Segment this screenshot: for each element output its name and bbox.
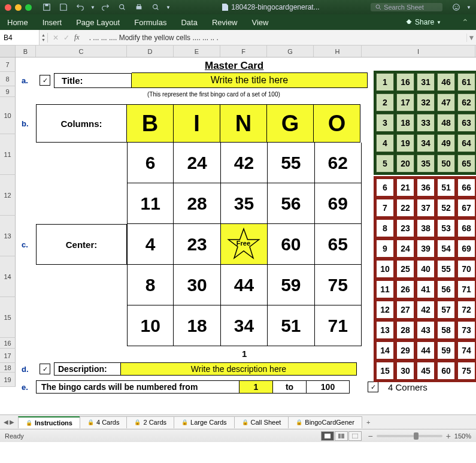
add-sheet-button[interactable]: + bbox=[362, 417, 375, 428]
sheet-tab-4-cards[interactable]: 🔒4 Cards bbox=[80, 416, 128, 428]
minimize-window-icon[interactable] bbox=[15, 4, 22, 11]
red-cell-25[interactable]: 25 bbox=[396, 260, 414, 278]
bingo-cell-4-0[interactable]: 10 bbox=[127, 305, 174, 346]
bingo-cell-1-3[interactable]: 56 bbox=[268, 183, 314, 224]
bingo-cell-4-2[interactable]: 34 bbox=[221, 305, 268, 346]
sheet-tab-instructions[interactable]: 🔒Instructions bbox=[18, 416, 80, 428]
row-header-11[interactable]: 11 bbox=[0, 134, 16, 175]
bingo-cell-2-1[interactable]: 23 bbox=[174, 224, 220, 265]
red-cell-72[interactable]: 72 bbox=[457, 301, 475, 319]
normal-view-button[interactable] bbox=[321, 431, 334, 441]
sheet-tab-large-cards[interactable]: 🔒Large Cards bbox=[174, 416, 235, 428]
green-cell-19[interactable]: 19 bbox=[396, 134, 414, 152]
red-cell-42[interactable]: 42 bbox=[417, 301, 435, 319]
bingo-cell-3-3[interactable]: 59 bbox=[268, 265, 314, 305]
confirm-icon[interactable]: ✓ bbox=[63, 34, 69, 42]
bingo-cell-3-1[interactable]: 30 bbox=[174, 265, 220, 305]
red-cell-60[interactable]: 60 bbox=[437, 362, 455, 380]
red-cell-14[interactable]: 14 bbox=[376, 341, 394, 359]
zoom-level[interactable]: 150% bbox=[454, 432, 471, 440]
ribbon-collapse-icon[interactable]: ⌃ bbox=[462, 17, 469, 27]
red-cell-71[interactable]: 71 bbox=[457, 280, 475, 298]
red-cell-36[interactable]: 36 bbox=[417, 178, 435, 196]
sheet-content[interactable]: Master Card a. ✓ Title: Write the title … bbox=[16, 58, 476, 442]
bingo-cell-1-0[interactable]: 11 bbox=[127, 183, 174, 224]
bingo-cell-3-0[interactable]: 8 bbox=[127, 265, 174, 305]
red-cell-59[interactable]: 59 bbox=[437, 341, 455, 359]
green-cell-48[interactable]: 48 bbox=[437, 114, 455, 132]
row-header-12[interactable]: 12 bbox=[0, 175, 16, 216]
green-cell-20[interactable]: 20 bbox=[396, 155, 414, 173]
green-cell-47[interactable]: 47 bbox=[437, 93, 455, 111]
red-cell-23[interactable]: 23 bbox=[396, 219, 414, 237]
bingo-cell-0-2[interactable]: 42 bbox=[221, 143, 268, 183]
bingo-cell-2-3[interactable]: 60 bbox=[268, 224, 314, 265]
row-header-19[interactable]: 19 bbox=[0, 373, 16, 387]
search-input[interactable]: Search Sheet bbox=[371, 3, 442, 11]
green-cell-5[interactable]: 5 bbox=[376, 155, 394, 173]
green-cell-31[interactable]: 31 bbox=[417, 73, 435, 91]
green-cell-50[interactable]: 50 bbox=[437, 155, 455, 173]
zoom-out-icon[interactable] bbox=[118, 3, 126, 11]
red-cell-57[interactable]: 57 bbox=[437, 301, 455, 319]
red-cell-39[interactable]: 39 bbox=[417, 240, 435, 258]
row-header-18[interactable]: 18 bbox=[0, 363, 16, 373]
red-cell-28[interactable]: 28 bbox=[396, 321, 414, 339]
tab-formulas[interactable]: Formulas bbox=[134, 18, 166, 27]
tab-data[interactable]: Data bbox=[181, 18, 197, 27]
green-cell-17[interactable]: 17 bbox=[396, 93, 414, 111]
red-cell-43[interactable]: 43 bbox=[417, 321, 435, 339]
tab-page-layout[interactable]: Page Layout bbox=[76, 18, 120, 27]
bingo-cell-2-4[interactable]: 65 bbox=[315, 224, 362, 265]
tab-view[interactable]: View bbox=[252, 18, 269, 27]
bingo-cell-1-4[interactable]: 69 bbox=[315, 183, 362, 224]
green-cell-63[interactable]: 63 bbox=[457, 114, 475, 132]
red-cell-37[interactable]: 37 bbox=[417, 199, 435, 217]
red-cell-26[interactable]: 26 bbox=[396, 280, 414, 298]
red-cell-40[interactable]: 40 bbox=[417, 260, 435, 278]
zoom-in-button[interactable]: + bbox=[446, 431, 451, 441]
bingo-cell-0-1[interactable]: 24 bbox=[174, 143, 220, 183]
red-cell-9[interactable]: 9 bbox=[376, 240, 394, 258]
zoom-out-button[interactable]: − bbox=[368, 431, 372, 441]
green-cell-64[interactable]: 64 bbox=[457, 134, 475, 152]
col-header-I[interactable]: I bbox=[362, 46, 475, 57]
title-checkbox[interactable]: ✓ bbox=[40, 75, 50, 86]
green-cell-32[interactable]: 32 bbox=[417, 93, 435, 111]
col-header-G[interactable]: G bbox=[267, 46, 314, 57]
undo-icon[interactable] bbox=[76, 3, 84, 11]
green-cell-18[interactable]: 18 bbox=[396, 114, 414, 132]
green-cell-62[interactable]: 62 bbox=[457, 93, 475, 111]
red-cell-73[interactable]: 73 bbox=[457, 321, 475, 339]
cancel-icon[interactable]: ✕ bbox=[53, 34, 59, 42]
sheet-tab-bingocardgener[interactable]: 🔒BingoCardGener bbox=[288, 416, 362, 428]
formula-input[interactable]: . ... ... .... Modify the yellow cells .… bbox=[88, 34, 466, 42]
green-cell-3[interactable]: 3 bbox=[376, 114, 394, 132]
row-header-10[interactable]: 10 bbox=[0, 97, 16, 134]
red-cell-69[interactable]: 69 bbox=[457, 240, 475, 258]
red-cell-21[interactable]: 21 bbox=[396, 178, 414, 196]
bingo-cell-4-3[interactable]: 51 bbox=[268, 305, 314, 346]
bingo-cell-2-0[interactable]: 4 bbox=[127, 224, 174, 265]
share-button[interactable]: Share ▼ bbox=[405, 18, 441, 26]
green-cell-4[interactable]: 4 bbox=[376, 134, 394, 152]
green-cell-49[interactable]: 49 bbox=[437, 134, 455, 152]
red-cell-51[interactable]: 51 bbox=[437, 178, 455, 196]
feedback-icon[interactable] bbox=[452, 3, 460, 11]
red-cell-56[interactable]: 56 bbox=[437, 280, 455, 298]
red-cell-27[interactable]: 27 bbox=[396, 301, 414, 319]
number-to-cell[interactable]: 100 bbox=[307, 380, 350, 394]
col-header-B[interactable]: B bbox=[16, 46, 36, 57]
red-cell-30[interactable]: 30 bbox=[396, 362, 414, 380]
formula-expand-icon[interactable]: ▼ bbox=[466, 34, 476, 42]
page-break-view-button[interactable] bbox=[348, 431, 362, 441]
name-box[interactable]: B4 bbox=[0, 30, 40, 45]
green-cell-33[interactable]: 33 bbox=[417, 114, 435, 132]
red-cell-24[interactable]: 24 bbox=[396, 240, 414, 258]
red-cell-41[interactable]: 41 bbox=[417, 280, 435, 298]
page-layout-view-button[interactable] bbox=[335, 431, 348, 441]
red-cell-53[interactable]: 53 bbox=[437, 219, 455, 237]
bingo-cell-0-3[interactable]: 55 bbox=[268, 143, 314, 183]
tab-review[interactable]: Review bbox=[212, 18, 238, 27]
green-cell-61[interactable]: 61 bbox=[457, 73, 475, 91]
